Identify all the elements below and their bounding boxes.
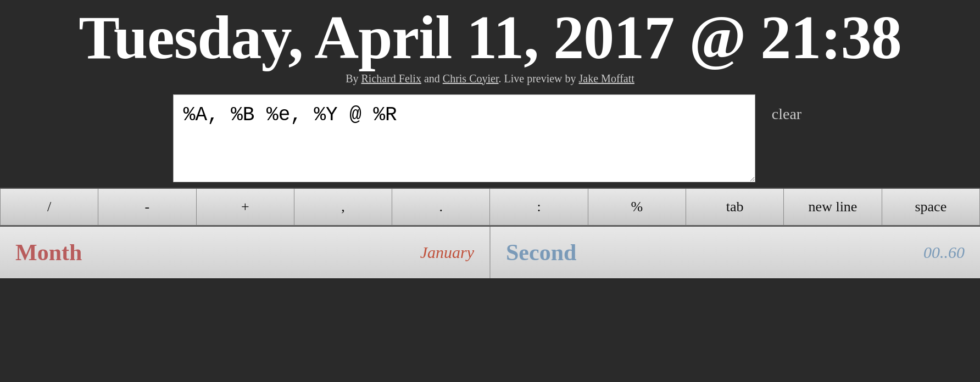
char-btn-plus[interactable]: +: [197, 189, 294, 226]
char-buttons-row: / - + , . : % tab new line space: [0, 188, 980, 226]
byline: By Richard Felix and Chris Coyier. Live …: [11, 72, 969, 85]
char-btn-colon[interactable]: :: [490, 189, 588, 226]
char-btn-comma[interactable]: ,: [294, 189, 392, 226]
bottom-row: Month January Second 00..60: [0, 226, 980, 278]
main-title: Tuesday, April 11, 2017 @ 21:38: [11, 5, 969, 70]
second-item: Second 00..60: [491, 227, 980, 278]
char-btn-dot[interactable]: .: [392, 189, 490, 226]
clear-button[interactable]: clear: [766, 94, 807, 134]
char-btn-tab[interactable]: tab: [686, 189, 784, 226]
header-section: Tuesday, April 11, 2017 @ 21:38 By Richa…: [0, 0, 980, 94]
month-label: Month: [15, 239, 82, 266]
author1-link[interactable]: Richard Felix: [361, 72, 421, 85]
format-input[interactable]: %A, %B %e, %Y @ %R: [173, 94, 755, 182]
second-value: 00..60: [923, 243, 965, 262]
author3-link[interactable]: Jake Moffatt: [579, 72, 634, 85]
author2-link[interactable]: Chris Coyier: [443, 72, 499, 85]
char-btn-slash[interactable]: /: [0, 189, 98, 226]
char-btn-newline[interactable]: new line: [784, 189, 882, 226]
char-btn-space[interactable]: space: [882, 189, 980, 226]
char-btn-percent[interactable]: %: [588, 189, 686, 226]
format-area: %A, %B %e, %Y @ %R clear: [0, 94, 980, 182]
char-btn-dash[interactable]: -: [98, 189, 196, 226]
month-value: January: [420, 243, 474, 262]
app-container: Tuesday, April 11, 2017 @ 21:38 By Richa…: [0, 0, 980, 278]
byline-period: . Live preview by: [498, 72, 578, 85]
month-item: Month January: [0, 227, 491, 278]
byline-and: and: [421, 72, 443, 85]
second-label: Second: [506, 239, 576, 266]
byline-by: By: [346, 72, 361, 85]
